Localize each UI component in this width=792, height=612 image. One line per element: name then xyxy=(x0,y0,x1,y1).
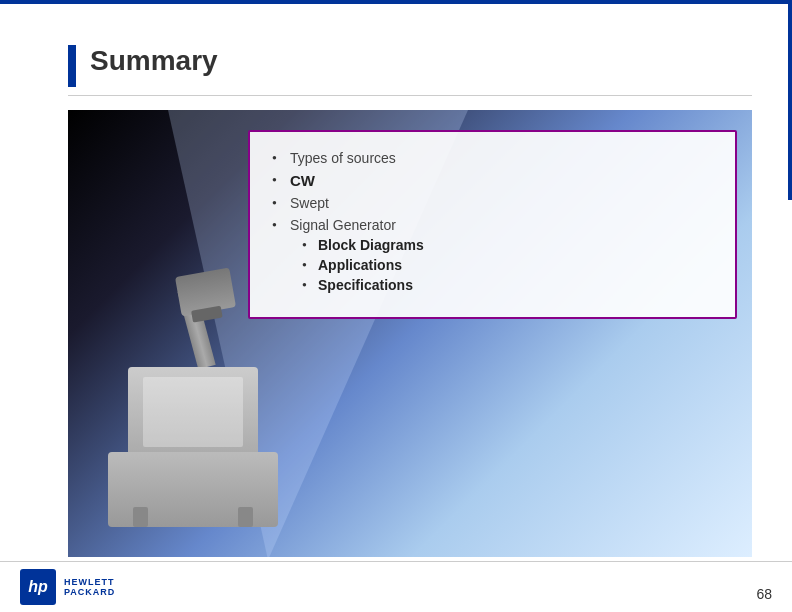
bullet-cw: CW xyxy=(272,172,713,189)
page-title: Summary xyxy=(90,45,218,77)
bullet-swept: Swept xyxy=(272,195,713,211)
sub-bullet-block-diagrams: Block Diagrams xyxy=(290,237,713,253)
page-number: 68 xyxy=(756,586,772,602)
left-accent-bar xyxy=(68,45,76,87)
footer: hp HEWLETT PACKARD xyxy=(0,562,792,612)
projector-head xyxy=(175,268,236,317)
projector-body xyxy=(128,367,258,457)
top-accent-line xyxy=(0,0,792,4)
hp-company-name: HEWLETT PACKARD xyxy=(64,577,115,597)
hp-logo: hp HEWLETT PACKARD xyxy=(20,569,115,605)
sub-bullet-applications: Applications xyxy=(290,257,713,273)
bullet-types-of-sources: Types of sources xyxy=(272,150,713,166)
hp-logo-box: hp xyxy=(20,569,56,605)
title-divider xyxy=(68,95,752,96)
content-box: Types of sources CW Swept Signal Generat… xyxy=(248,130,737,319)
projector-base xyxy=(108,452,278,527)
sub-bullet-specifications: Specifications xyxy=(290,277,713,293)
projector-leg-right xyxy=(238,507,253,527)
main-bullet-list: Types of sources CW Swept Signal Generat… xyxy=(272,150,713,293)
right-accent-bar xyxy=(788,0,792,200)
bullet-signal-generator: Signal Generator Block Diagrams Applicat… xyxy=(272,217,713,293)
projector-leg-left xyxy=(133,507,148,527)
slide-area: Types of sources CW Swept Signal Generat… xyxy=(68,110,752,557)
sub-bullet-list: Block Diagrams Applications Specificatio… xyxy=(290,237,713,293)
